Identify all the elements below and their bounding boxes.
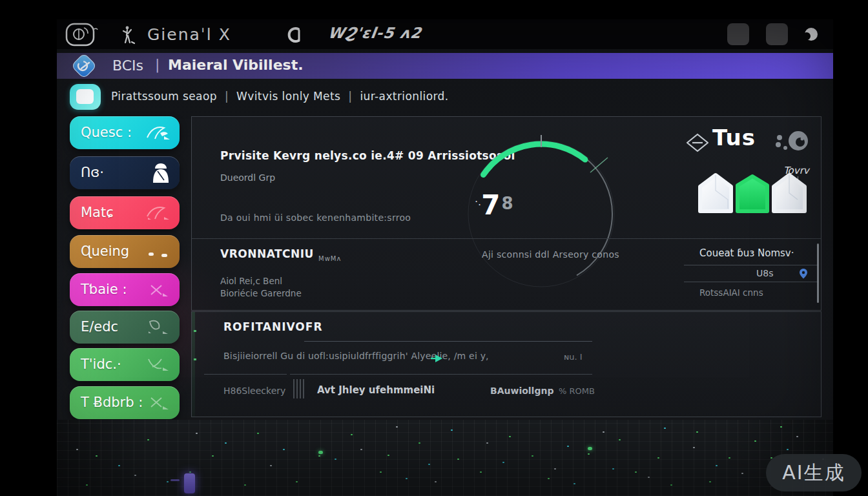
tick-mark: [194, 358, 196, 360]
breadcrumb-item[interactable]: iur-axtrionliord.: [360, 90, 448, 103]
window-title: Gienaˈl X: [147, 25, 231, 44]
overview-panel: Prvisite Kevrg nelys.co ie.4# 09 Arrissi…: [191, 116, 822, 311]
purple-marker[interactable]: [184, 473, 195, 493]
detail-panel: ROFITANIVOFR Bisjiieiorrell Gu di uofl:u…: [191, 311, 822, 417]
side-column: Coueat ɓuɜ Nomsv· U8s RotssAIAI cnns: [684, 243, 818, 305]
watermark-text: AI生成: [782, 460, 845, 486]
sidebar-item-tidc[interactable]: T'idc.·: [70, 348, 180, 381]
grid-dot: [318, 451, 323, 454]
sidebar-item-label: Ɋueing: [81, 243, 129, 259]
grid-specks-white: [57, 420, 59, 421]
brand-name: Tus: [712, 125, 756, 150]
side-input-value: U8s: [756, 268, 773, 278]
page-title: Maieral Vibillest.: [168, 57, 304, 73]
overview-subtitle: Dueordl Grp: [220, 172, 275, 183]
app-logo-icon: [65, 21, 98, 47]
screen: Gienaˈl X WϨ'ɛl-5 ʌ2 BCI: [0, 0, 868, 496]
moon-icon[interactable]: [802, 26, 819, 43]
bird-icon: [145, 279, 172, 301]
arrow-icon[interactable]: [429, 353, 444, 364]
bird-icon: [145, 202, 172, 224]
breadcrumb: Pirattssoum seaop|Wvitvis lonly Mets|iur…: [111, 90, 449, 103]
barcode-divider: [293, 379, 304, 398]
rule-line: [290, 374, 592, 375]
stats-heading: VRONNATCNIU: [220, 247, 314, 260]
grid-dot: [588, 447, 592, 450]
house-green: [738, 176, 767, 211]
overview-note: Da oui hmi üi sobec kenenhambite:srroo: [220, 212, 411, 223]
rule-line: [304, 341, 592, 342]
center-note: Aji sconnsi ddl Arseory conos: [482, 249, 619, 260]
detail-column-2[interactable]: Avt Jhley ufehmmeiNi: [317, 384, 435, 396]
detail-column-1[interactable]: H86Sleeckery: [223, 386, 285, 396]
panel-divider: [192, 238, 821, 239]
dots-icon: [146, 241, 172, 263]
sidebar-item-eedc[interactable]: E/edc: [70, 311, 180, 344]
gauge-primary-value: 7: [481, 189, 501, 221]
sidebar-item-tbaie[interactable]: Tƅaie :: [70, 273, 180, 306]
rule-line: [204, 374, 287, 375]
person-icon: [150, 162, 172, 185]
header-separator: |: [155, 56, 160, 72]
sidebar-item-label: Ոɞ·: [81, 165, 104, 180]
bird-icon: [145, 392, 172, 414]
gauge-secondary-value: 8: [501, 194, 513, 213]
detail-column-3[interactable]: BAuwiollgnp: [490, 386, 553, 396]
app-window: Gienaˈl X WϨ'ɛl-5 ʌ2 BCI: [57, 19, 833, 496]
side-input-row[interactable]: U8s: [684, 265, 818, 282]
pin-icon: [799, 268, 808, 280]
sidebar-item-profile[interactable]: Ոɞ·: [70, 156, 180, 189]
titlebar: Gienaˈl X WϨ'ɛl-5 ʌ2: [57, 19, 833, 49]
breadcrumb-row: Pirattssoum seaop|Wvitvis lonly Mets|iur…: [57, 83, 833, 112]
stats-line: Bioriécie Garerdne: [220, 288, 302, 298]
toggle-icon[interactable]: [70, 84, 101, 110]
detail-description-right: ɴu. I: [564, 352, 583, 362]
timeline-grid: [57, 420, 833, 496]
sidebar-item-queing[interactable]: Ɋueing: [70, 235, 180, 268]
window-button-2[interactable]: [766, 23, 788, 45]
diamond-outline-icon: [685, 132, 710, 153]
scrollbar-thumb[interactable]: [817, 243, 819, 303]
figure-icon: [118, 25, 137, 45]
detail-column-4: % ROMB: [559, 386, 595, 396]
bird-icon: [145, 316, 172, 338]
side-footer-link[interactable]: RotssAIAI cnns: [699, 287, 763, 298]
breadcrumb-item[interactable]: Pirattssoum seaop: [111, 90, 217, 103]
sidebar-item-label: E/edc: [81, 319, 118, 335]
sidebar-item-label: T'idc.·: [81, 356, 121, 372]
stats-heading-small: MwMʌ: [318, 255, 341, 262]
detail-heading: ROFITANIVOFR: [223, 320, 322, 333]
sidebar-item-matc[interactable]: Matɕ: [70, 196, 180, 229]
bird-icon: [145, 354, 172, 376]
purple-trail: [170, 479, 180, 481]
sidebar-item-label: Quesc :: [81, 125, 132, 140]
detail-description: Bisjiieiorrell Gu di uofl:usipiuldfrffig…: [223, 351, 489, 361]
window-button-1[interactable]: [727, 23, 749, 45]
breadcrumb-item[interactable]: Wvitvis lonly Mets: [236, 90, 340, 103]
sidebar-item-label: T Ƀdbrb :: [81, 395, 143, 410]
header-product[interactable]: BCIs: [112, 57, 143, 74]
bird-icon: [145, 122, 172, 144]
controller-icon[interactable]: [774, 130, 811, 156]
sidebar-item-quesc[interactable]: Quesc :: [70, 116, 180, 149]
sidebar-item-tbdbrb[interactable]: T Ƀdbrb :: [70, 386, 180, 419]
gauge-value: ·.78: [475, 189, 513, 221]
sidebar-item-label: Tƅaie :: [81, 282, 127, 297]
page-header: BCIs | Maieral Vibillest.: [57, 53, 833, 79]
header-logo-icon: [68, 50, 99, 81]
watermark-badge: AI生成: [766, 454, 862, 491]
stats-line: Aiol Rei,c Benl: [220, 276, 282, 286]
sidebar-item-label: Matɕ: [81, 205, 114, 220]
tick-mark: [194, 330, 196, 332]
c-shape-icon: [285, 25, 304, 45]
side-heading: Coueat ɓuɜ Nomsv·: [699, 247, 794, 259]
titlebar-right-text: WϨ'ɛl-5 ʌ2: [327, 25, 422, 41]
house-shapes: [697, 171, 808, 218]
